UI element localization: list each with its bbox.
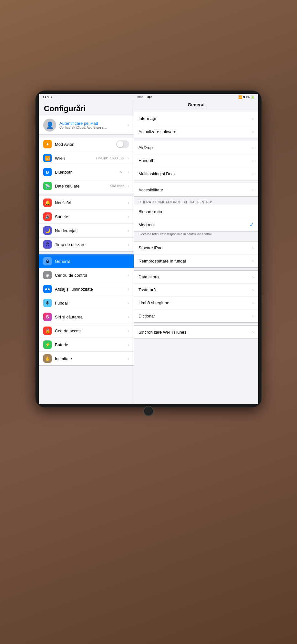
- accesibilitate-chevron: ›: [252, 187, 254, 193]
- account-sub: Configurați iCloud, App Store și...: [59, 126, 124, 129]
- panel-row-mod-mut[interactable]: Mod mut ✓: [134, 218, 258, 231]
- sidebar-item-siri[interactable]: S Siri și căutarea ›: [39, 310, 134, 324]
- date-celun-icon: 📡: [43, 182, 52, 190]
- panel-group-lateral: Blocare rotire Mod mut ✓: [134, 205, 258, 231]
- handoff-label: Handoff: [138, 158, 252, 163]
- sidebar-item-baterie[interactable]: ⚡ Baterie ›: [39, 338, 134, 352]
- panel-row-actualizare[interactable]: Actualizare software ›: [134, 125, 258, 138]
- sidebar-item-cod-acces[interactable]: 🔒 Cod de acces ›: [39, 324, 134, 338]
- panel-row-stocare[interactable]: Stocare iPad ›: [134, 242, 258, 254]
- wifi-value: TP-Link_1698_5G: [96, 156, 124, 160]
- sidebar-item-date-celul[interactable]: 📡 Date celulare SIM lipsă ›: [39, 179, 134, 193]
- panel-row-limba[interactable]: Limbă și regiune ›: [134, 296, 258, 309]
- panel-group-4: Stocare iPad › Reîmprospătare în fundal …: [134, 241, 258, 268]
- mod-mut-label: Mod mut: [138, 222, 250, 227]
- panel-group-1: Informații › Actualizare software ›: [134, 112, 258, 138]
- multitasking-chevron: ›: [252, 171, 254, 177]
- sidebar-item-nu-deranjati[interactable]: 🌙 Nu deranjați ›: [39, 224, 134, 238]
- fundal-label: Fundal: [55, 301, 124, 306]
- accesibilitate-label: Accesibilitate: [138, 188, 252, 192]
- bluetooth-value: Nu: [120, 170, 124, 174]
- notificari-label: Notificări: [55, 200, 124, 205]
- panel-row-data-ora[interactable]: Data și ora ›: [134, 271, 258, 284]
- home-button-area: [39, 404, 258, 417]
- bluetooth-icon: B: [43, 168, 52, 176]
- sidebar-item-centru-control[interactable]: ◉ Centru de control ›: [39, 268, 134, 282]
- sidebar-item-afisaj[interactable]: AA Afișaj și luminozitate ›: [39, 282, 134, 296]
- panel-group-5: Data și ora › Tastatură › Limbă și regiu…: [134, 270, 258, 323]
- status-date: mar. 9 apr.: [137, 95, 152, 99]
- fundal-icon: ❋: [43, 299, 52, 307]
- account-info: Autentificare pe iPad Configurați iCloud…: [59, 121, 124, 129]
- sincronizare-chevron: ›: [252, 329, 254, 335]
- centru-control-icon: ◉: [43, 271, 52, 279]
- stocare-label: Stocare iPad: [138, 245, 252, 250]
- intimitate-icon: ✋: [43, 354, 52, 363]
- panel-row-multitasking[interactable]: Multitasking și Dock ›: [134, 167, 258, 180]
- wifi-settings-icon: 📶: [43, 154, 52, 162]
- limba-label: Limbă și regiune: [138, 300, 252, 305]
- sidebar-item-fundal[interactable]: ❋ Fundal ›: [39, 296, 134, 310]
- avatar: 👤: [43, 119, 56, 132]
- cod-acces-icon: 🔒: [43, 327, 52, 335]
- mod-avion-icon: ✈: [43, 140, 52, 148]
- stocare-chevron: ›: [252, 245, 254, 251]
- panel-row-tastatura[interactable]: Tastatură ›: [134, 284, 258, 296]
- baterie-icon: ⚡: [43, 340, 52, 349]
- panel-row-handoff[interactable]: Handoff ›: [134, 154, 258, 167]
- intimitate-label: Intimitate: [55, 356, 124, 361]
- account-chevron: ›: [128, 122, 129, 128]
- status-time: 11:13: [43, 95, 52, 99]
- cod-acces-label: Cod de acces: [55, 328, 124, 333]
- sidebar-item-wifi[interactable]: 📶 Wi-Fi TP-Link_1698_5G ›: [39, 151, 134, 165]
- panel-row-airdrop[interactable]: AirDrop ›: [134, 141, 258, 154]
- home-button[interactable]: [143, 406, 154, 416]
- panel-row-informatii[interactable]: Informații ›: [134, 112, 258, 125]
- wifi-label: Wi-Fi: [55, 156, 92, 161]
- front-camera: [148, 96, 150, 98]
- handoff-chevron: ›: [252, 158, 254, 164]
- sidebar-item-mod-avion[interactable]: ✈ Mod Avion: [39, 137, 134, 151]
- mod-avion-toggle[interactable]: [116, 140, 129, 148]
- siri-label: Siri și căutarea: [55, 315, 124, 319]
- lateral-section-footer: Blocarea rotirii este disponibilă în cen…: [134, 231, 258, 239]
- centru-control-label: Centru de control: [55, 273, 124, 278]
- lateral-section-header: UTILIZAȚI COMUTATORUL LATERAL PENTRU:: [134, 199, 258, 205]
- sidebar-item-general[interactable]: ⚙ General: [39, 254, 134, 268]
- settings-group-notifications: 🔔 Notificări › 🔊 Sunete › 🌙 Nu deranjați: [39, 196, 134, 252]
- panel-row-blocare-rotire[interactable]: Blocare rotire: [134, 205, 258, 218]
- limba-chevron: ›: [252, 300, 254, 306]
- timp-utilizare-icon: ⏱: [43, 240, 52, 249]
- nu-deranjati-label: Nu deranjați: [55, 228, 124, 233]
- sidebar-item-bluetooth[interactable]: B Bluetooth Nu ›: [39, 165, 134, 179]
- right-panel: General Informații › Actualizare softwar…: [134, 100, 258, 404]
- sidebar-item-timp-utilizare[interactable]: ⏱ Timp de utilizare ›: [39, 238, 134, 251]
- sincronizare-label: Sincronizare Wi-Fi iTunes: [138, 330, 252, 335]
- mod-mut-checkmark: ✓: [250, 222, 254, 228]
- panel-row-sincronizare[interactable]: Sincronizare Wi-Fi iTunes ›: [134, 326, 258, 338]
- panel-row-dictionar[interactable]: Dicționar ›: [134, 309, 258, 322]
- tastatura-label: Tastatură: [138, 287, 252, 292]
- wifi-icon: 📶: [238, 95, 242, 99]
- sidebar-item-notificari[interactable]: 🔔 Notificări ›: [39, 196, 134, 210]
- bluetooth-label: Bluetooth: [55, 170, 117, 175]
- sidebar-title: Configurări: [39, 100, 134, 116]
- date-celun-value: SIM lipsă: [110, 184, 124, 188]
- mod-avion-label: Mod Avion: [55, 142, 113, 147]
- panel-group-3: Accesibilitate ›: [134, 183, 258, 197]
- notificari-icon: 🔔: [43, 199, 52, 207]
- settings-group-connectivity: ✈ Mod Avion 📶 Wi-Fi TP-Link_1698_5G ›: [39, 137, 134, 193]
- reimprospataare-label: Reîmprospătare în fundal: [138, 259, 252, 263]
- panel-row-accesibilitate[interactable]: Accesibilitate ›: [134, 183, 258, 196]
- account-row[interactable]: 👤 Autentificare pe iPad Configurați iClo…: [39, 116, 134, 134]
- battery-level: 89%: [243, 95, 250, 99]
- sidebar-item-intimitate[interactable]: ✋ Intimitate ›: [39, 352, 134, 365]
- battery-icon: 🔋: [251, 95, 254, 99]
- siri-icon: S: [43, 313, 52, 321]
- panel-row-reimprospataare[interactable]: Reîmprospătare în fundal ›: [134, 254, 258, 267]
- general-icon: ⚙: [43, 257, 52, 265]
- airdrop-label: AirDrop: [138, 145, 252, 150]
- sunete-icon: 🔊: [43, 212, 52, 221]
- panel-group-2: AirDrop › Handoff › Multitasking și Dock…: [134, 141, 258, 180]
- sidebar-item-sunete[interactable]: 🔊 Sunete ›: [39, 210, 134, 224]
